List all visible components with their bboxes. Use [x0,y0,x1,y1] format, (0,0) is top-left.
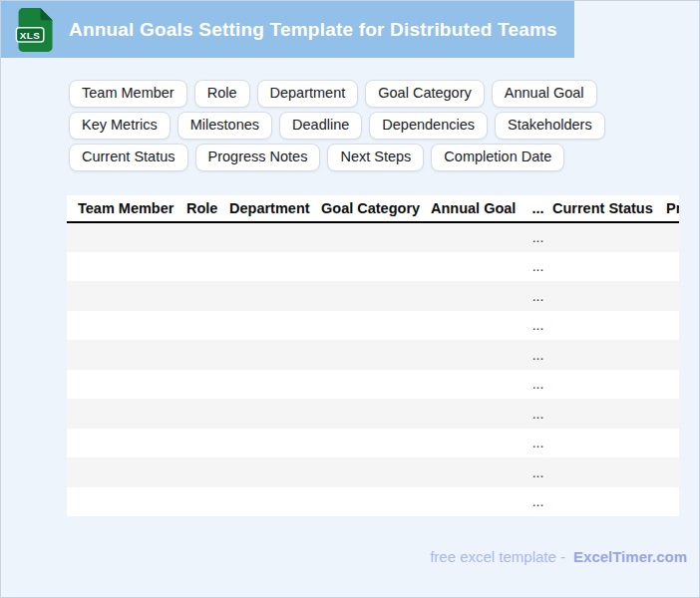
table-row: ... [67,457,679,487]
row-empty-cell [185,370,228,400]
row-empty-cell [665,487,679,517]
row-empty-cell [185,399,228,429]
row-empty-cell [430,457,525,487]
row-ellipsis-cell: ... [525,311,551,341]
row-empty-cell [67,340,185,370]
tag-chip[interactable]: Next Steps [327,144,424,171]
row-empty-cell [551,487,665,517]
tag-chip[interactable]: Annual Goal [492,80,597,108]
tag-chip[interactable]: Key Metrics [69,112,171,140]
row-empty-cell [551,370,665,400]
row-empty-cell [551,281,665,311]
row-empty-cell [551,311,665,341]
tag-chip[interactable]: Completion Date [431,144,564,171]
row-empty-cell [185,222,228,252]
row-empty-cell [185,311,228,341]
table-header-row: Team MemberRoleDepartmentGoal CategoryAn… [67,195,679,222]
table-row: ... [67,252,679,282]
xls-file-icon: XLS [14,7,56,53]
row-empty-cell [228,222,320,252]
row-empty-cell [67,487,185,517]
row-empty-cell [665,399,679,429]
row-empty-cell [665,222,679,252]
tag-chip[interactable]: Department [257,80,359,108]
tag-chip[interactable]: Stakeholders [495,112,605,140]
tag-chip[interactable]: Dependencies [369,112,488,140]
tag-chip[interactable]: Role [194,80,250,108]
row-empty-cell [320,487,430,517]
row-empty-cell [185,487,228,517]
row-empty-cell [185,457,228,487]
row-empty-cell [67,429,185,458]
row-empty-cell [430,281,525,311]
tag-chip[interactable]: Current Status [69,144,188,171]
table-row: ... [67,399,679,429]
row-empty-cell [67,252,185,282]
row-empty-cell [320,370,430,400]
row-empty-cell [320,281,430,311]
row-empty-cell [551,222,665,252]
table-row: ... [67,487,679,517]
row-empty-cell [430,370,525,400]
row-empty-cell [551,429,665,458]
row-empty-cell [228,281,320,311]
row-empty-cell [665,457,679,487]
tag-chip[interactable]: Deadline [279,112,362,140]
footer-text: free excel template - [430,548,565,565]
row-empty-cell [430,340,525,370]
row-empty-cell [67,281,185,311]
row-empty-cell [320,340,430,370]
row-empty-cell [185,429,228,458]
row-empty-cell [430,487,525,517]
row-empty-cell [665,429,679,458]
row-empty-cell [320,429,430,458]
column-header: Annual Goal [430,195,525,222]
row-empty-cell [228,429,320,458]
row-ellipsis-cell: ... [525,429,551,458]
row-empty-cell [551,399,665,429]
row-empty-cell [228,311,320,341]
table-row: ... [67,311,679,341]
row-ellipsis-cell: ... [525,487,551,517]
tag-chip[interactable]: Team Member [69,80,187,108]
row-empty-cell [320,252,430,282]
tag-chip[interactable]: Progress Notes [195,144,321,171]
row-empty-cell [185,340,228,370]
row-empty-cell [320,222,430,252]
row-ellipsis-cell: ... [525,222,551,252]
tag-chip[interactable]: Milestones [177,112,272,140]
footer-brand-link[interactable]: ExcelTimer.com [573,548,687,565]
header-bar: XLS Annual Goals Setting Template for Di… [1,1,574,58]
row-empty-cell [185,252,228,282]
row-empty-cell [228,370,320,400]
row-ellipsis-cell: ... [525,457,551,487]
tag-chip[interactable]: Goal Category [365,80,485,108]
row-empty-cell [67,399,185,429]
row-empty-cell [665,370,679,400]
column-header: Team Member [67,195,185,222]
row-empty-cell [228,340,320,370]
column-header: Role [185,195,228,222]
table-body: .............................. [67,222,679,516]
tag-list: Team MemberRoleDepartmentGoal CategoryAn… [69,80,675,171]
page: XLS Annual Goals Setting Template for Di… [0,0,700,598]
row-empty-cell [430,429,525,458]
row-empty-cell [430,222,525,252]
row-empty-cell [665,281,679,311]
row-empty-cell [665,252,679,282]
table-row: ... [67,429,679,458]
row-empty-cell [67,311,185,341]
row-empty-cell [67,222,185,252]
row-empty-cell [320,311,430,341]
row-ellipsis-cell: ... [525,340,551,370]
row-empty-cell [430,399,525,429]
row-empty-cell [228,457,320,487]
row-empty-cell [551,457,665,487]
row-empty-cell [430,311,525,341]
row-ellipsis-cell: ... [525,252,551,282]
row-empty-cell [67,457,185,487]
table-row: ... [67,281,679,311]
row-empty-cell [665,311,679,341]
column-header: Pr [665,195,679,222]
row-empty-cell [228,252,320,282]
